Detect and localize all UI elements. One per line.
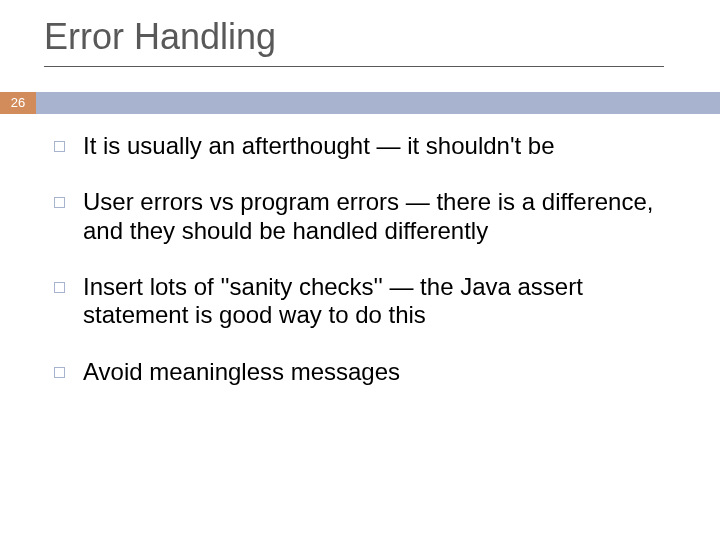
bullet-text: It is usually an afterthought — it shoul…	[83, 132, 672, 160]
bullet-item: Avoid meaningless messages	[54, 358, 672, 386]
slide: Error Handling 26 It is usually an after…	[0, 0, 720, 540]
bullet-text: User errors vs program errors — there is…	[83, 188, 672, 245]
slide-body: It is usually an afterthought — it shoul…	[54, 132, 672, 414]
square-bullet-icon	[54, 367, 65, 378]
square-bullet-icon	[54, 197, 65, 208]
bullet-item: It is usually an afterthought — it shoul…	[54, 132, 672, 160]
square-bullet-icon	[54, 282, 65, 293]
header-bar	[0, 92, 720, 114]
title-underline	[44, 66, 664, 67]
bullet-item: Insert lots of ''sanity checks'' — the J…	[54, 273, 672, 330]
bullet-text: Avoid meaningless messages	[83, 358, 672, 386]
bullet-item: User errors vs program errors — there is…	[54, 188, 672, 245]
slide-title: Error Handling	[44, 16, 276, 58]
page-number-badge: 26	[0, 92, 36, 114]
bullet-text: Insert lots of ''sanity checks'' — the J…	[83, 273, 672, 330]
square-bullet-icon	[54, 141, 65, 152]
